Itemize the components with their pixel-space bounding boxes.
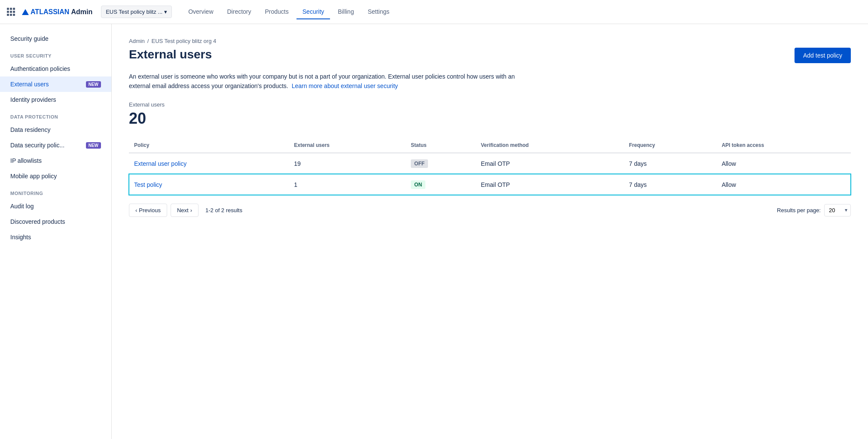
next-label: Next — [177, 207, 189, 213]
table-header: Policy External users Status Verificatio… — [129, 138, 851, 153]
col-api-token-access: API token access — [716, 138, 851, 153]
row1-policy-link[interactable]: External user policy — [134, 160, 186, 167]
nav-security[interactable]: Security — [296, 5, 330, 19]
col-status: Status — [406, 138, 476, 153]
page-header: External users Add test policy — [129, 48, 851, 63]
sidebar-item-data-residency[interactable]: Data residency — [0, 122, 111, 137]
sidebar-label-ip-allowlists: IP allowlists — [10, 157, 42, 164]
table-body: External user policy 19 OFF Email OTP 7 … — [129, 153, 851, 195]
sidebar-label-identity-providers: Identity providers — [10, 96, 56, 103]
breadcrumb: Admin / EUS Test policy blitz org 4 — [129, 38, 851, 44]
sidebar-item-data-security-policy[interactable]: Data security polic... NEW — [0, 137, 111, 153]
badge-new-external-users: NEW — [86, 81, 101, 88]
add-test-policy-button[interactable]: Add test policy — [795, 48, 851, 63]
row2-status: ON — [406, 174, 476, 195]
results-per-page-label: Results per page: — [777, 207, 821, 213]
breadcrumb-org: EUS Test policy blitz org 4 — [151, 38, 216, 44]
row2-frequency: 7 days — [624, 174, 717, 195]
sidebar-section-user-security: USER SECURITY — [0, 46, 111, 61]
nav-settings[interactable]: Settings — [362, 5, 396, 19]
main-content: Admin / EUS Test policy blitz org 4 Exte… — [112, 24, 868, 439]
app-switcher-icon[interactable] — [7, 8, 15, 16]
sidebar-item-security-guide[interactable]: Security guide — [0, 31, 111, 46]
next-chevron-icon: › — [190, 207, 192, 213]
col-verification-method: Verification method — [476, 138, 624, 153]
previous-chevron-icon: ‹ — [135, 207, 137, 213]
layout: Security guide USER SECURITY Authenticat… — [0, 24, 868, 439]
breadcrumb-sep: / — [147, 38, 149, 44]
table-row-highlighted[interactable]: Test policy 1 ON Email OTP 7 days Allow — [129, 174, 851, 195]
app-name: Admin — [71, 8, 92, 16]
sidebar-item-audit-log[interactable]: Audit log — [0, 198, 111, 214]
org-selector-label: EUS Test policy blitz ... — [106, 9, 162, 15]
atlassian-brand: ATLASSIAN — [31, 8, 69, 16]
row1-frequency: 7 days — [624, 153, 717, 174]
nav-overview[interactable]: Overview — [182, 5, 219, 19]
pagination: ‹ Previous Next › 1-2 of 2 results Resul… — [129, 204, 851, 217]
sidebar-label-data-security: Data security polic... — [10, 142, 64, 149]
sidebar-section-data-protection: DATA PROTECTION — [0, 107, 111, 122]
row1-verification: Email OTP — [476, 153, 624, 174]
policies-table: Policy External users Status Verificatio… — [129, 138, 851, 195]
col-frequency: Frequency — [624, 138, 717, 153]
sidebar-label-mobile-app: Mobile app policy — [10, 173, 57, 180]
breadcrumb-admin[interactable]: Admin — [129, 38, 145, 44]
next-button[interactable]: Next › — [171, 204, 199, 217]
top-nav: ATLASSIAN Admin EUS Test policy blitz ..… — [0, 0, 868, 24]
sidebar-label-external-users: External users — [10, 81, 49, 88]
sidebar-item-mobile-app-policy[interactable]: Mobile app policy — [0, 168, 111, 184]
page-description: An external user is someone who works wi… — [129, 72, 516, 91]
col-external-users: External users — [289, 138, 406, 153]
row2-status-badge: ON — [411, 180, 425, 189]
row1-status-badge: OFF — [411, 159, 428, 168]
row2-external-users: 1 — [289, 174, 406, 195]
sidebar-section-monitoring: MONITORING — [0, 184, 111, 198]
sidebar-label-data-residency: Data residency — [10, 126, 50, 133]
row1-api-token: Allow — [716, 153, 851, 174]
nav-products[interactable]: Products — [259, 5, 295, 19]
sidebar-label-security-guide: Security guide — [10, 35, 49, 42]
previous-button[interactable]: ‹ Previous — [129, 204, 167, 217]
page-title: External users — [129, 48, 212, 61]
sidebar-item-insights[interactable]: Insights — [0, 229, 111, 245]
row2-verification: Email OTP — [476, 174, 624, 195]
sidebar-label-insights: Insights — [10, 234, 31, 241]
results-per-page-wrapper: 10 20 50 100 — [824, 204, 851, 216]
row2-policy: Test policy — [129, 174, 289, 195]
nav-billing[interactable]: Billing — [332, 5, 360, 19]
row2-api-token: Allow — [716, 174, 851, 195]
row1-policy: External user policy — [129, 153, 289, 174]
stat-value: 20 — [129, 110, 851, 128]
col-policy: Policy — [129, 138, 289, 153]
pagination-info: 1-2 of 2 results — [205, 207, 242, 213]
sidebar-item-ip-allowlists[interactable]: IP allowlists — [0, 153, 111, 168]
sidebar-item-discovered-products[interactable]: Discovered products — [0, 214, 111, 229]
atlassian-logo: ATLASSIAN Admin — [22, 8, 92, 16]
row1-external-users: 19 — [289, 153, 406, 174]
sidebar-item-identity-providers[interactable]: Identity providers — [0, 92, 111, 107]
stat-label: External users — [129, 101, 851, 108]
learn-more-link[interactable]: Learn more about external user security — [292, 82, 398, 89]
row2-policy-link[interactable]: Test policy — [134, 181, 162, 188]
org-selector-chevron: ▾ — [164, 9, 167, 15]
org-selector[interactable]: EUS Test policy blitz ... ▾ — [101, 6, 172, 18]
nav-directory[interactable]: Directory — [221, 5, 257, 19]
badge-new-data-security: NEW — [86, 142, 101, 149]
row1-status: OFF — [406, 153, 476, 174]
results-per-page-select[interactable]: 10 20 50 100 — [824, 204, 851, 216]
logo-area: ATLASSIAN Admin — [7, 8, 92, 16]
sidebar-label-auth-policies: Authentication policies — [10, 65, 70, 72]
table-row[interactable]: External user policy 19 OFF Email OTP 7 … — [129, 153, 851, 174]
table-wrapper: Policy External users Status Verificatio… — [129, 138, 851, 195]
sidebar: Security guide USER SECURITY Authenticat… — [0, 24, 112, 439]
atlassian-triangle-icon — [22, 9, 29, 15]
sidebar-label-audit-log: Audit log — [10, 203, 34, 210]
pagination-right: Results per page: 10 20 50 100 — [777, 204, 851, 216]
sidebar-item-auth-policies[interactable]: Authentication policies — [0, 61, 111, 76]
nav-links: Overview Directory Products Security Bil… — [182, 5, 861, 19]
sidebar-label-discovered-products: Discovered products — [10, 218, 65, 225]
sidebar-item-external-users[interactable]: External users NEW — [0, 76, 111, 92]
previous-label: Previous — [139, 207, 161, 213]
